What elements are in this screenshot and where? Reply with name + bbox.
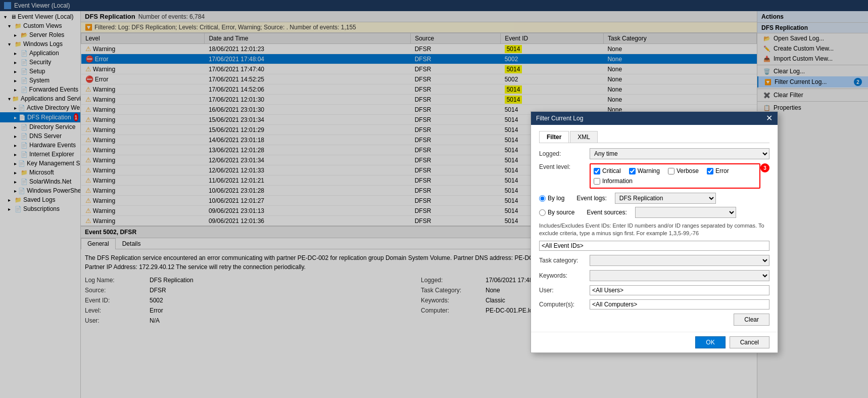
dialog-tab-xml[interactable]: XML bbox=[570, 131, 598, 143]
computers-label: Computer(s): bbox=[539, 301, 590, 308]
logged-row: Logged: Any timeLast hourLast 12 hoursLa… bbox=[539, 148, 769, 159]
event-level-row: Event level: CriticalWarningVerboseError… bbox=[539, 163, 769, 189]
event-ids-input[interactable] bbox=[539, 241, 769, 251]
by-source-row: By source Event sources: bbox=[539, 207, 769, 218]
clear-row: Clear bbox=[539, 314, 769, 326]
dialog-titlebar: Filter Current Log ✕ bbox=[531, 112, 778, 125]
keywords-select[interactable] bbox=[590, 270, 769, 281]
keywords-row: Keywords: bbox=[539, 270, 769, 281]
keywords-control bbox=[590, 270, 769, 281]
checkbox-input-verbose[interactable] bbox=[668, 168, 674, 174]
task-category-label: Task category: bbox=[539, 257, 590, 264]
user-control bbox=[590, 285, 769, 295]
event-level-checkboxes: CriticalWarningVerboseErrorInformation bbox=[590, 163, 760, 189]
dialog-overlay: Filter Current Log ✕ FilterXML Logged: A… bbox=[0, 0, 868, 398]
event-logs-label: Event logs: bbox=[576, 195, 606, 202]
user-input[interactable] bbox=[590, 285, 769, 295]
checkbox-input-information[interactable] bbox=[594, 178, 600, 185]
event-logs-select[interactable]: DFS Replication bbox=[615, 193, 716, 204]
task-category-row: Task category: bbox=[539, 255, 769, 266]
checkbox-verbose[interactable]: Verbose bbox=[668, 167, 699, 174]
close-icon[interactable]: ✕ bbox=[766, 114, 773, 122]
by-source-radio-group: By source bbox=[539, 209, 574, 216]
checkbox-input-critical[interactable] bbox=[594, 168, 600, 174]
logged-select[interactable]: Any timeLast hourLast 12 hoursLast 24 ho… bbox=[590, 148, 769, 159]
filter-dialog: Filter Current Log ✕ FilterXML Logged: A… bbox=[531, 111, 778, 353]
clear-button[interactable]: Clear bbox=[734, 314, 769, 326]
checkbox-warning[interactable]: Warning bbox=[629, 167, 660, 174]
dialog-title: Filter Current Log bbox=[536, 115, 583, 122]
keywords-label: Keywords: bbox=[539, 272, 590, 279]
user-row: User: bbox=[539, 285, 769, 295]
by-source-label: By source bbox=[548, 209, 574, 216]
computers-row: Computer(s): bbox=[539, 299, 769, 309]
event-ids-hint: Includes/Excludes Event IDs: Enter ID nu… bbox=[539, 222, 769, 238]
checkbox-input-error[interactable] bbox=[707, 168, 713, 174]
by-log-radio-group: By log bbox=[539, 195, 564, 202]
dialog-buttons: OK Cancel bbox=[531, 332, 778, 352]
dialog-tabs: FilterXML bbox=[539, 131, 769, 143]
checkbox-label-warning: Warning bbox=[638, 167, 660, 174]
checkbox-label-information: Information bbox=[602, 178, 633, 185]
logged-label: Logged: bbox=[539, 150, 590, 157]
checkbox-label-error: Error bbox=[715, 167, 729, 174]
event-sources-select[interactable] bbox=[635, 207, 736, 218]
dialog-tab-filter[interactable]: Filter bbox=[539, 131, 569, 143]
by-log-label: By log bbox=[548, 195, 564, 202]
event-level-label: Event level: bbox=[539, 163, 590, 170]
user-label: User: bbox=[539, 287, 590, 294]
checkbox-information[interactable]: Information bbox=[594, 178, 633, 185]
cancel-button[interactable]: Cancel bbox=[730, 336, 769, 348]
task-category-select[interactable] bbox=[590, 255, 769, 266]
checkbox-error[interactable]: Error bbox=[707, 167, 729, 174]
logged-control: Any timeLast hourLast 12 hoursLast 24 ho… bbox=[590, 148, 769, 159]
ok-button[interactable]: OK bbox=[695, 336, 725, 348]
dialog-content: FilterXML Logged: Any timeLast hourLast … bbox=[531, 125, 778, 332]
task-category-control bbox=[590, 255, 769, 266]
computers-input[interactable] bbox=[590, 299, 769, 309]
log-source-row: By log Event logs: DFS Replication bbox=[539, 193, 769, 204]
event-sources-label: Event sources: bbox=[587, 209, 626, 216]
by-source-radio[interactable] bbox=[539, 209, 546, 216]
by-log-radio[interactable] bbox=[539, 195, 546, 202]
checkbox-critical[interactable]: Critical bbox=[594, 167, 621, 174]
checkbox-label-critical: Critical bbox=[602, 167, 621, 174]
checkbox-input-warning[interactable] bbox=[629, 168, 636, 174]
badge-3: 3 bbox=[760, 163, 769, 172]
checkbox-label-verbose: Verbose bbox=[677, 167, 699, 174]
computers-control bbox=[590, 299, 769, 309]
event-level-control: CriticalWarningVerboseErrorInformation bbox=[590, 163, 760, 189]
